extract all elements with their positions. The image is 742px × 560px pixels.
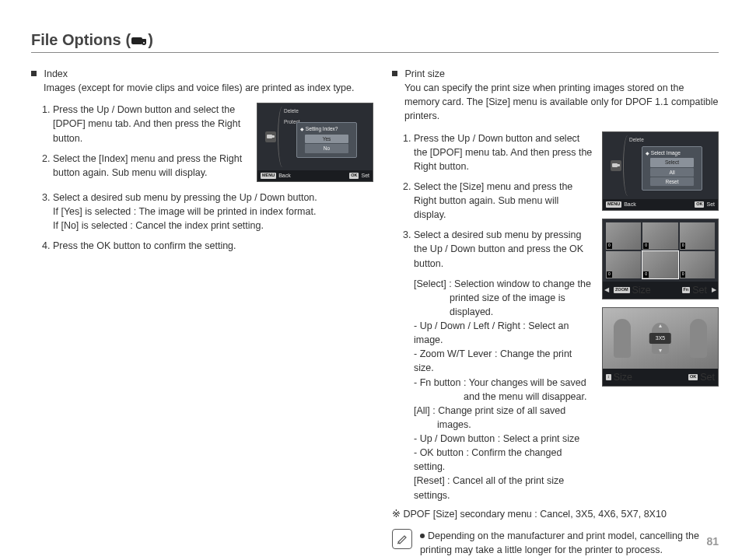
popup-select-image: ◆ Select Image Select All Reset	[642, 146, 702, 191]
footer-set: Set	[706, 201, 715, 208]
popup-opt-select[interactable]: Select	[650, 158, 694, 166]
key-updown: ↕	[606, 374, 611, 380]
footer-back: Back	[624, 201, 636, 208]
right-step-1: Press the Up / Down button and select th…	[414, 131, 593, 173]
chevron-up-icon: ▴	[659, 321, 662, 331]
title-icon-group: ( )	[126, 31, 153, 49]
footer-set: Set	[700, 370, 715, 384]
thumb-cell[interactable]: 0	[680, 251, 715, 278]
thumb-cell[interactable]: 0	[606, 251, 641, 278]
tip-text: Depending on the manufacturer and print …	[420, 530, 699, 555]
popup-opt-all[interactable]: All	[650, 168, 694, 177]
svg-point-3	[143, 42, 145, 44]
note-text: Depending on the manufacturer and print …	[420, 529, 719, 557]
key-fn: Fn	[682, 287, 691, 293]
popup-opt-yes[interactable]: Yes	[305, 135, 348, 143]
svg-rect-6	[612, 163, 618, 167]
sub-reset: [Reset] : Cancel all of the print size s…	[414, 474, 593, 502]
key-ok: OK	[349, 173, 359, 179]
key-menu: MENU	[261, 173, 276, 179]
title-text: File Options	[31, 31, 121, 49]
popup-opt-no[interactable]: No	[305, 144, 348, 152]
left-heading: Index	[44, 68, 68, 79]
popup-setting-index: ◆ Setting Index? Yes No	[296, 122, 357, 158]
chevron-down-icon: ▾	[659, 346, 662, 355]
screen-menu-delete: Delete	[284, 107, 300, 114]
sub-b3: - Fn button : Your changes will be saved…	[414, 376, 593, 404]
page-title: File Options ( )	[31, 31, 719, 53]
right-heading: Print size	[404, 68, 444, 79]
right-step-2: Select the [Size] menu and press the Rig…	[414, 180, 593, 222]
right-column: Print size You can specify the print siz…	[392, 67, 719, 557]
left-step-2: Select the [Index] menu and press the Ri…	[53, 152, 247, 180]
sub-b5: - OK button : Confirm the changed settin…	[414, 446, 593, 474]
svg-rect-5	[271, 135, 275, 138]
thumb-cell-selected[interactable]: 0	[642, 251, 677, 278]
left-screen: Delete Protect ◆ Setting Index? Yes No M…	[257, 103, 373, 182]
left-step-1: Press the Up / Down button and select th…	[53, 103, 247, 145]
note-icon	[392, 529, 412, 549]
mode-icon	[265, 131, 276, 142]
left-intro: Images (except for movie clips and voice…	[44, 81, 373, 95]
key-ok: OK	[688, 374, 698, 380]
thumb-cell[interactable]: 0	[642, 222, 677, 250]
left-step-4: Press the OK button to confirm the setti…	[53, 239, 373, 253]
right-step-3: Select a desired sub menu by pressing th…	[414, 228, 593, 270]
svg-rect-7	[617, 164, 620, 166]
footer-size: Size	[614, 370, 632, 384]
footer-set: Set	[692, 283, 707, 297]
right-screen-preview: ▴ 3X5 ▾ ↕Size OKSet	[602, 307, 719, 387]
dpof-secondary-menu: ※ DPOF [Size] secondary menu : Cancel, 3…	[392, 507, 719, 521]
file-options-icon	[131, 35, 148, 46]
key-zoom: ZOOM	[614, 287, 630, 293]
popup-title: Select Image	[651, 150, 681, 156]
right-screen-thumbs: 0 0 0 0 0 0 ◀ ZOOMSize FnSet ▶	[602, 219, 719, 299]
thumb-cell[interactable]: 0	[606, 222, 641, 250]
bullet-dot-icon	[420, 534, 425, 538]
bullet-square-icon	[31, 71, 37, 76]
key-ok: OK	[695, 201, 704, 208]
sub-select: [Select] : Selection window to change th…	[414, 277, 593, 319]
left-column: Index Images (except for movie clips and…	[31, 67, 373, 557]
size-overlay: 3X5	[649, 333, 671, 344]
footer-back: Back	[278, 172, 291, 180]
sub-all: [All] : Change print size of all saved i…	[414, 404, 593, 432]
left-step-3: Select a desired sub menu by pressing th…	[53, 191, 373, 233]
footer-set: Set	[361, 172, 369, 180]
right-intro: You can specify the print size when prin…	[404, 81, 719, 123]
screen-menu-delete: Delete	[629, 136, 644, 143]
sub-b2: - Zoom W/T Lever : Change the print size…	[414, 347, 593, 375]
bullet-square-icon	[392, 71, 397, 76]
sub-b1: - Up / Down / Left / Right : Select an i…	[414, 319, 593, 347]
mode-icon	[611, 160, 621, 171]
popup-opt-reset[interactable]: Reset	[650, 177, 694, 186]
popup-title: Setting Index?	[306, 126, 338, 131]
footer-size: Size	[632, 283, 651, 297]
sub-b4: - Up / Down button : Select a print size	[414, 432, 593, 446]
svg-rect-4	[267, 135, 272, 138]
right-screen-select: Delete ◆ Select Image Select All Reset M…	[602, 131, 719, 211]
page-number: 81	[706, 535, 719, 548]
key-menu: MENU	[606, 201, 621, 208]
thumb-cell[interactable]: 0	[680, 222, 715, 250]
